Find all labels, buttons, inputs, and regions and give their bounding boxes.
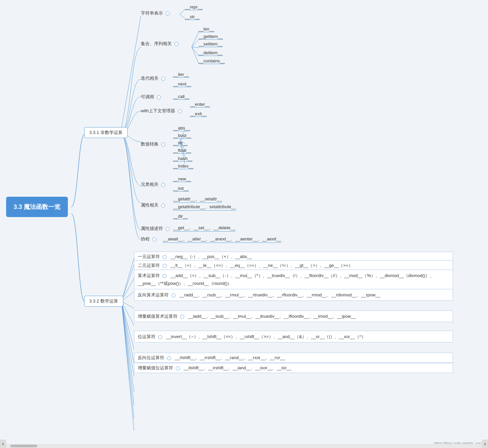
leaf-exit: __exit__	[190, 111, 207, 117]
circle-callable	[157, 95, 161, 99]
svg-line-16	[121, 278, 134, 301]
cat-string-label: 字符串表示	[141, 11, 163, 16]
circle-collection	[174, 42, 179, 46]
svg-line-20	[121, 301, 134, 349]
svg-line-21	[121, 301, 134, 363]
leaf-len: __len__	[199, 26, 214, 32]
category-descriptor: 属性描述符	[141, 226, 170, 232]
leaf-init: __init__	[173, 186, 189, 192]
leaf-bool: __bool__	[173, 133, 191, 139]
leaf-iter: __iter__	[173, 72, 189, 78]
math-content-ibitwise: __ilshift__、__irshift__、__iand__、__ixor_…	[184, 365, 291, 370]
category-attr: 属性相关	[141, 202, 165, 208]
category-iter: 迭代相关	[141, 75, 165, 81]
category-callable: 可调用	[141, 94, 161, 100]
svg-line-2	[180, 14, 185, 19]
svg-line-14	[121, 258, 134, 301]
math-content-rbitwise: __rlshift__、__rrshift__、__rand__、__rxor_…	[175, 355, 285, 360]
leaf-enter: __enter__	[190, 102, 210, 108]
branch-math: 3.3.2 数学运算	[84, 296, 123, 307]
math-row-iadd: 增量赋值算术运算符 __iadd__、__isub__、__imul__、__i…	[134, 310, 453, 322]
leaf-str: __str__	[185, 14, 200, 20]
leaf-dir: __dir__	[173, 214, 188, 219]
svg-line-0	[120, 16, 141, 134]
circle-binary	[163, 264, 167, 268]
category-coroutine: 协程	[141, 236, 156, 242]
circle-numeric	[161, 142, 165, 147]
category-string: 字符串表示	[141, 10, 170, 16]
leaf-float: __float__	[173, 148, 191, 154]
cat-callable-label: 可调用	[141, 94, 154, 99]
leaf-getattribute-setattribute: __getattribute__、setattribute__	[173, 204, 236, 211]
math-content-arithmetic: __add__（+）、__sub__（-）、__mul__（*）、__trued…	[138, 273, 434, 286]
cat-with-label: with上下文管理器	[141, 108, 175, 113]
cat-collection-label: 集合、序列相关	[141, 41, 172, 46]
circle-radd	[171, 293, 175, 297]
cat-coroutine-label: 协程	[141, 236, 150, 241]
circle-coroutine	[152, 237, 156, 241]
circle-arithmetic	[163, 274, 167, 278]
scrollbar-thumb[interactable]	[10, 445, 37, 447]
svg-line-5	[192, 47, 199, 48]
category-collection: 集合、序列相关	[141, 41, 179, 47]
leaf-new: __new__	[173, 176, 191, 182]
svg-line-18	[121, 301, 134, 309]
nav-arrow-right[interactable]: ›	[482, 440, 488, 448]
leaf-await-etc: __await__、__aiter__、__anext__、__aenter__…	[163, 236, 281, 243]
math-label-radd: 反向算术运算符	[138, 292, 169, 297]
scrollbar-bottom[interactable]	[0, 444, 488, 448]
leaf-next: __next__	[173, 81, 191, 87]
cat-iter-label: 迭代相关	[141, 76, 158, 81]
page-container: 3.3 魔法函数一览	[0, 0, 488, 448]
leaf-int: __int__	[173, 140, 188, 146]
circle-descriptor	[166, 227, 170, 231]
svg-line-25	[121, 301, 134, 419]
math-content-radd: __radd__、__rsub__、__rmul__、__rtruediv__、…	[179, 292, 380, 297]
leaf-delitem: __delitem__	[199, 50, 223, 56]
leaf-repr-text: __repr__	[185, 4, 203, 10]
svg-line-15	[121, 265, 134, 301]
svg-line-1	[180, 9, 185, 14]
leaf-call: __call__	[173, 94, 189, 100]
circle-ibitwise	[176, 366, 180, 370]
math-label-ibitwise: 增量赋值位运算符	[138, 365, 173, 370]
cat-attr-label: 属性相关	[141, 202, 158, 208]
branch-math-label: 3.3.2 数学运算	[89, 298, 118, 304]
svg-line-7	[192, 47, 199, 63]
leaf-setitem: __setitem__	[199, 41, 223, 47]
math-content-iadd: __iadd__、__isub__、__imul__、__itruediv__、…	[188, 314, 356, 319]
math-label-binary: 二元运算符	[138, 263, 160, 268]
connector-svg	[0, 0, 468, 444]
leaf-contains: __contains__	[199, 58, 225, 64]
cat-meta-label: 元类相关	[141, 182, 158, 187]
branch-non-math-label: 3.3.1 非数学运算	[89, 130, 123, 135]
circle-with	[178, 109, 182, 113]
math-label-rbitwise: 反向位运算符	[138, 355, 164, 360]
circle-iadd	[180, 315, 184, 319]
math-content-bitwise: __invert__（~）、__lshift__（<<）、__rshift__（…	[166, 334, 366, 339]
math-row-radd: 反向算术运算符 __radd__、__rsub__、__rmul__、__rtr…	[134, 289, 453, 301]
math-label-unary: 一元运算符	[138, 254, 160, 259]
math-label-iadd: 增量赋值算术运算符	[138, 314, 177, 319]
leaf-hash: __hash__	[173, 156, 192, 162]
branch-non-math: 3.3.1 非数学运算	[84, 127, 128, 138]
math-row-binary: 二元运算符 __lt__（<）、__le__（<=）、__eq__（==）、__…	[134, 260, 453, 271]
circle-string	[166, 12, 170, 16]
category-with: with上下文管理器	[141, 108, 182, 114]
math-content-unary: __neg__（-）、__pos__（+）、__abs__	[170, 254, 252, 259]
root-node: 3.3 魔法函数一览	[6, 197, 68, 217]
leaf-get-set-delete: __get__、__set__、__delete__	[173, 225, 236, 232]
math-label-arithmetic: 算术运算符	[138, 273, 160, 278]
category-meta: 元类相关	[141, 181, 165, 188]
math-content-binary: __lt__（<）、__le__（<=）、__eq__（==）、__ne__（!…	[170, 263, 353, 268]
leaf-getattr-setattr: __getattr__、__setattr__	[173, 196, 222, 203]
math-row-bitwise: 位运算符 __invert__（~）、__lshift__（<<）、__rshi…	[134, 331, 453, 343]
nav-arrow-left[interactable]: ‹	[0, 440, 6, 448]
circle-iter	[161, 77, 165, 81]
svg-line-24	[121, 301, 134, 405]
cat-numeric-label: 数值转换	[141, 141, 158, 147]
leaf-abs: __abs__	[173, 125, 190, 131]
cat-descriptor-label: 属性描述符	[141, 226, 163, 231]
circle-unary	[163, 255, 167, 259]
category-numeric: 数值转换	[141, 141, 165, 147]
